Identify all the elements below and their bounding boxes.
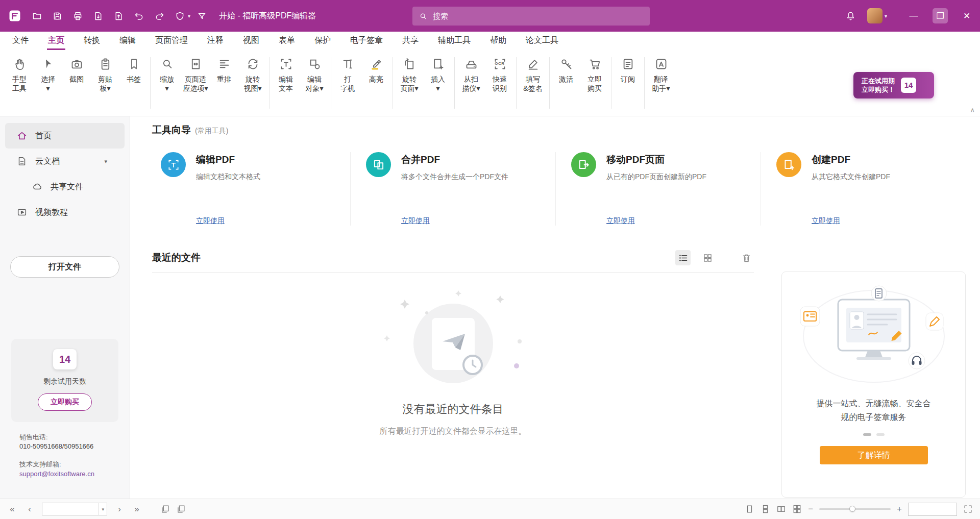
ribbon-tool-subscribe[interactable]: 订阅 bbox=[614, 54, 642, 84]
save-button[interactable] bbox=[48, 7, 66, 25]
redo-button[interactable] bbox=[150, 7, 168, 25]
next-view-icon[interactable] bbox=[176, 504, 186, 514]
ribbon-tool-translate[interactable]: 翻译助手▾ bbox=[647, 54, 675, 93]
ribbon-tool-edit-object[interactable]: 编辑对象▾ bbox=[300, 54, 329, 93]
trial-buy-badge[interactable]: 正在试用期 立即购买！ 14 bbox=[853, 72, 934, 98]
ribbon-tool-fit-page[interactable]: 页面适应选项▾ bbox=[181, 54, 210, 93]
account-caret-icon[interactable]: ▾ bbox=[885, 13, 887, 19]
ribbon-tool-select[interactable]: 选择▾ bbox=[34, 54, 62, 93]
menu-share[interactable]: 共享 bbox=[401, 32, 420, 50]
esign-illustration bbox=[797, 285, 950, 387]
ribbon-tool-from-scanner[interactable]: 从扫描仪▾ bbox=[457, 54, 485, 93]
zoom-slider[interactable] bbox=[819, 508, 891, 510]
carousel-dot[interactable] bbox=[876, 433, 885, 436]
first-page-button[interactable]: « bbox=[7, 504, 17, 514]
menu-accessibility[interactable]: 辅助工具 bbox=[437, 32, 472, 50]
protect-quick-button[interactable] bbox=[170, 7, 189, 25]
ribbon-tool-insert[interactable]: 插入▾ bbox=[424, 54, 452, 93]
clear-recent-button[interactable] bbox=[739, 250, 754, 265]
use-now-link-merge-pdf[interactable]: 立即使用 bbox=[401, 216, 555, 226]
export-doc-button[interactable] bbox=[89, 7, 107, 25]
sidebar-item-shared-files[interactable]: 共享文件 bbox=[0, 174, 130, 200]
sidebar-item-home[interactable]: 首页 bbox=[5, 123, 125, 149]
page-number-box[interactable]: ▾ bbox=[42, 503, 107, 515]
menu-comment[interactable]: 注释 bbox=[206, 32, 225, 50]
notifications-button[interactable] bbox=[842, 7, 860, 25]
use-now-link-edit-pdf[interactable]: 立即使用 bbox=[196, 216, 350, 226]
prev-page-button[interactable]: ‹ bbox=[24, 504, 35, 514]
support-email-link[interactable]: support@foxitsoftware.cn bbox=[19, 469, 125, 479]
customize-toolbar-button[interactable] bbox=[192, 7, 211, 25]
zoom-slider-thumb[interactable] bbox=[849, 506, 855, 512]
collapse-ribbon-icon[interactable]: ∧ bbox=[970, 106, 975, 114]
ribbon-tool-snapshot[interactable]: 截图 bbox=[62, 54, 91, 84]
ribbon-separator bbox=[611, 57, 611, 109]
menu-form[interactable]: 表单 bbox=[278, 32, 296, 50]
user-avatar[interactable] bbox=[867, 8, 883, 23]
ribbon-tool-quick-ocr[interactable]: OCR快速识别 bbox=[485, 54, 514, 93]
ribbon-tool-hand[interactable]: 手型工具 bbox=[5, 54, 34, 93]
menu-edit[interactable]: 编辑 bbox=[118, 32, 137, 50]
last-page-button[interactable]: » bbox=[132, 504, 142, 514]
ribbon-tool-rotate-view[interactable]: 旋转视图▾ bbox=[238, 54, 267, 93]
facing-view-icon[interactable] bbox=[776, 504, 786, 514]
menu-view[interactable]: 视图 bbox=[242, 32, 260, 50]
menu-page-management[interactable]: 页面管理 bbox=[154, 32, 189, 50]
highlight-icon bbox=[370, 57, 383, 71]
sidebar-item-video-tutorials[interactable]: 视频教程 bbox=[0, 200, 130, 225]
use-now-link-move-pdf-pages[interactable]: 立即使用 bbox=[606, 216, 761, 226]
use-now-link-create-pdf[interactable]: 立即使用 bbox=[812, 216, 966, 226]
sidebar-item-cloud-docs[interactable]: 云文档 ▾ bbox=[0, 149, 130, 174]
page-number-input[interactable] bbox=[42, 505, 99, 513]
grid-view-button[interactable] bbox=[700, 250, 715, 265]
sidebar: 首页 云文档 ▾ 共享文件 视频教程 打开文件 14 剩余试用天数 立即购买 bbox=[0, 116, 130, 499]
quick-access-caret-icon[interactable]: ▾ bbox=[188, 13, 190, 19]
zoom-level-box[interactable] bbox=[908, 503, 957, 516]
ribbon-tool-reflow[interactable]: 重排 bbox=[210, 54, 238, 84]
ribbon-tool-activate[interactable]: 激活 bbox=[552, 54, 580, 84]
menu-file[interactable]: 文件 bbox=[11, 32, 30, 50]
menu-home[interactable]: 主页 bbox=[47, 32, 65, 50]
menu-convert[interactable]: 转换 bbox=[83, 32, 101, 50]
menu-esign[interactable]: 电子签章 bbox=[349, 32, 384, 50]
ribbon-tool-edit-text[interactable]: 编辑文本 bbox=[272, 54, 300, 93]
funnel-icon bbox=[197, 11, 207, 21]
previous-view-icon[interactable] bbox=[160, 504, 170, 514]
cloud-docs-caret-icon[interactable]: ▾ bbox=[104, 158, 107, 165]
ribbon-tool-buy-now[interactable]: 立即购买 bbox=[580, 54, 609, 93]
continuous-facing-view-icon[interactable] bbox=[792, 504, 802, 514]
fullscreen-icon[interactable] bbox=[963, 504, 973, 514]
sidebar-contact-info: 销售电话: 010-50951668/50951666 技术支持邮箱: supp… bbox=[0, 433, 130, 499]
ribbon-tool-highlight[interactable]: 高亮 bbox=[362, 54, 390, 84]
open-file-button[interactable]: 打开文件 bbox=[10, 256, 119, 278]
next-page-button[interactable]: › bbox=[114, 504, 125, 514]
page-number-caret-icon[interactable]: ▾ bbox=[99, 503, 107, 515]
carousel-dot[interactable] bbox=[863, 433, 871, 436]
close-button[interactable]: ✕ bbox=[953, 0, 980, 32]
print-button[interactable] bbox=[68, 7, 87, 25]
zoom-out-button[interactable]: − bbox=[808, 504, 813, 514]
create-doc-button[interactable] bbox=[109, 7, 128, 25]
ribbon-tool-bookmark[interactable]: 书签 bbox=[119, 54, 148, 84]
list-view-button[interactable] bbox=[675, 250, 691, 265]
menu-help[interactable]: 帮助 bbox=[489, 32, 507, 50]
buy-now-button[interactable]: 立即购买 bbox=[38, 393, 92, 411]
zoom-level-input[interactable] bbox=[909, 503, 957, 515]
single-page-view-icon[interactable] bbox=[745, 504, 754, 514]
menu-paper-tools[interactable]: 论文工具 bbox=[525, 32, 559, 50]
menu-protect[interactable]: 保护 bbox=[313, 32, 332, 50]
continuous-view-icon[interactable] bbox=[761, 504, 770, 514]
minimize-button[interactable]: — bbox=[900, 0, 927, 32]
search-input[interactable] bbox=[433, 12, 644, 20]
restore-button[interactable]: ❐ bbox=[927, 0, 953, 32]
undo-button[interactable] bbox=[130, 7, 148, 25]
ribbon-tool-rotate-pages[interactable]: 旋转页面▾ bbox=[395, 54, 424, 93]
search-box[interactable] bbox=[412, 7, 650, 26]
ribbon-tool-zoom[interactable]: 缩放▾ bbox=[153, 54, 181, 93]
ribbon-tool-typewriter[interactable]: 打字机 bbox=[333, 54, 362, 93]
open-file-icon[interactable] bbox=[28, 7, 46, 25]
zoom-in-button[interactable]: + bbox=[897, 504, 902, 514]
learn-more-button[interactable]: 了解详情 bbox=[820, 446, 928, 464]
ribbon-tool-clipboard[interactable]: 剪贴板▾ bbox=[91, 54, 119, 93]
ribbon-tool-fill-sign[interactable]: 填写&签名 bbox=[519, 54, 547, 93]
